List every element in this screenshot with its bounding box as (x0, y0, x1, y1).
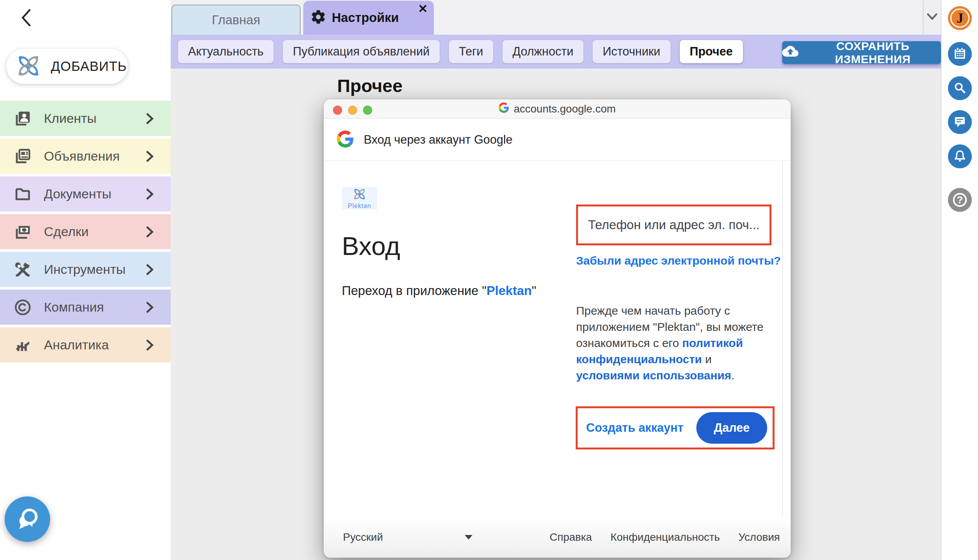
subtitle-prefix: Переход в приложение " (342, 283, 487, 298)
tab-home-label: Главная (212, 13, 260, 27)
search-icon (953, 81, 967, 96)
comments-button[interactable] (948, 110, 972, 134)
avatar-letter: J (956, 10, 963, 26)
copyright-icon (14, 298, 32, 316)
subtitle-suffix: " (532, 283, 536, 298)
chevron-right-icon (145, 112, 154, 125)
next-button[interactable]: Далее (696, 412, 767, 444)
signin-actions-annotation: Создать аккаунт Далее (576, 406, 775, 449)
subtab-tags[interactable]: Теги (449, 40, 493, 63)
chevron-right-icon (145, 150, 154, 163)
tab-close-button[interactable]: ✕ (418, 3, 428, 15)
sidebar-menu: Клиенты Объявления (0, 101, 171, 365)
add-button[interactable]: ДОБАВИТЬ (6, 49, 128, 84)
help-link[interactable]: Справка (549, 531, 592, 543)
sidebar-item-label: Сделки (44, 224, 145, 239)
plektan-logo-icon (353, 188, 366, 202)
window-title-text: accounts.google.com (514, 103, 616, 115)
google-g-icon (499, 102, 509, 116)
signin-title: Вход (342, 231, 400, 261)
calendar-icon (953, 47, 967, 62)
sidebar-item-deals[interactable]: Сделки (0, 214, 171, 249)
app-brand-name: Plektan (348, 203, 371, 210)
chevron-right-icon (145, 188, 154, 201)
footer-links: Справка Конфиденциальность Условия (549, 531, 780, 543)
save-changes-label: СОХРАНИТЬ ИЗМЕНЕНИЯ (805, 40, 941, 66)
subtab-relevance[interactable]: Актуальность (178, 40, 274, 63)
chat-widget-button[interactable] (5, 496, 50, 542)
google-signin-header: Вход через аккаунт Google (324, 119, 791, 161)
folder-icon (14, 185, 32, 203)
privacy-disclaimer: Прежде чем начать работу с приложением "… (576, 303, 774, 384)
chevron-right-icon (145, 225, 154, 238)
cloud-upload-icon (782, 43, 798, 62)
listings-icon (14, 148, 32, 165)
user-avatar[interactable]: J (948, 6, 972, 30)
app-name-link[interactable]: Plektan (487, 283, 532, 298)
terms-link[interactable]: Условия (738, 531, 780, 543)
tools-icon (14, 261, 32, 278)
gear-icon (310, 9, 326, 27)
analytics-icon (14, 336, 32, 354)
sidebar: ДОБАВИТЬ Клиенты (0, 0, 171, 560)
chevron-down-icon (926, 12, 939, 22)
sidebar-item-label: Аналитика (44, 337, 145, 352)
google-g-icon (337, 131, 354, 149)
scroll-divider (782, 161, 783, 555)
contacts-icon (14, 110, 32, 127)
chat-bubbles-icon (13, 505, 42, 534)
bell-icon (953, 149, 967, 164)
notifications-button[interactable] (948, 144, 972, 168)
plektan-logo-icon (16, 54, 41, 79)
tab-settings[interactable]: Настройки ✕ (303, 1, 434, 35)
sidebar-item-clients[interactable]: Клиенты (0, 101, 171, 136)
subtab-publication[interactable]: Публикация объявлений (283, 40, 440, 63)
create-account-link[interactable]: Создать аккаунт (586, 421, 684, 435)
privacy-link[interactable]: Конфиденциальность (610, 531, 720, 543)
chevron-right-icon (145, 339, 154, 352)
email-input-annotation (576, 205, 771, 245)
tab-bar: Главная Настройки ✕ (171, 0, 941, 35)
disclaimer-text: . (731, 369, 734, 382)
calendar-button[interactable] (948, 42, 972, 66)
sidebar-item-label: Документы (44, 186, 145, 201)
settings-subtab-bar: Актуальность Публикация объявлений Теги … (171, 35, 941, 69)
email-input[interactable] (578, 206, 770, 243)
tab-home[interactable]: Главная (171, 5, 301, 35)
signin-subtitle: Переход в приложение "Plektan" (342, 283, 536, 298)
caret-down-icon (465, 535, 472, 540)
chevron-right-icon (145, 301, 154, 314)
back-button[interactable] (19, 8, 33, 28)
signin-header-title: Вход через аккаунт Google (364, 133, 513, 147)
save-changes-button[interactable]: СОХРАНИТЬ ИЗМЕНЕНИЯ (782, 41, 941, 64)
language-selector[interactable]: Русский (343, 531, 472, 543)
sidebar-item-company[interactable]: Компания (0, 290, 171, 325)
sidebar-item-documents[interactable]: Документы (0, 176, 171, 211)
subtab-positions[interactable]: Должности (502, 40, 583, 63)
language-value: Русский (343, 531, 383, 543)
google-signin-window: accounts.google.com Вход через аккаунт G… (324, 99, 791, 558)
sidebar-item-analytics[interactable]: Аналитика (0, 327, 171, 362)
question-icon: ? (953, 193, 967, 207)
subtab-sources[interactable]: Источники (593, 40, 670, 63)
subtab-other[interactable]: Прочее (680, 40, 743, 63)
disclaimer-text: и (702, 353, 712, 366)
add-button-label: ДОБАВИТЬ (51, 59, 127, 74)
tab-overflow-button[interactable] (923, 0, 941, 35)
window-titlebar: accounts.google.com (324, 99, 791, 119)
sidebar-item-label: Объявления (44, 149, 145, 164)
sidebar-item-tools[interactable]: Инструменты (0, 252, 171, 287)
tab-settings-label: Настройки (332, 10, 399, 25)
help-button[interactable]: ? (948, 188, 972, 212)
chevron-left-icon (20, 22, 32, 28)
terms-of-service-link[interactable]: условиями использования (576, 369, 731, 382)
forgot-email-link[interactable]: Забыли адрес электронной почты? (576, 254, 781, 267)
search-button[interactable] (948, 76, 972, 100)
sidebar-item-label: Клиенты (44, 111, 145, 126)
avatar-ring: J (950, 8, 970, 28)
sidebar-item-label: Инструменты (44, 262, 145, 277)
app-root: ДОБАВИТЬ Клиенты (0, 0, 978, 560)
sidebar-item-listings[interactable]: Объявления (0, 139, 171, 174)
right-rail: J (941, 0, 978, 560)
sidebar-item-label: Компания (44, 300, 145, 315)
